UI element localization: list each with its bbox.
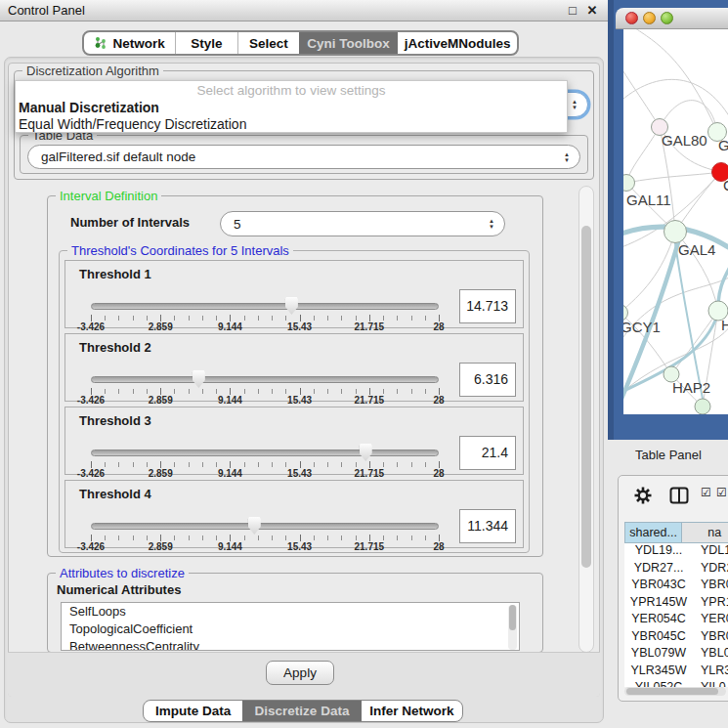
tick-label: 28: [433, 321, 444, 332]
column-header-shared-name[interactable]: shared...: [624, 522, 682, 543]
table-row[interactable]: YPR145WYPR1: [624, 595, 728, 613]
tab-network-label: Network: [112, 36, 164, 51]
option-manual-discretization[interactable]: Manual Discretization: [19, 100, 159, 115]
slider-track[interactable]: [91, 376, 439, 383]
control-panel-titlebar: Control Panel □ ✕: [0, 0, 608, 21]
tab-network[interactable]: Network: [84, 32, 175, 54]
slider-track[interactable]: [91, 450, 439, 456]
checkbox-icon[interactable]: ☑: [716, 486, 727, 499]
mac-zoom-button[interactable]: [661, 12, 673, 24]
panel-scrollbar[interactable]: [578, 186, 594, 653]
stepper-icon: ▲▼: [489, 218, 494, 230]
threshold-2-slider-thumb[interactable]: [193, 370, 205, 388]
right-side: GAL80 GA C GAL11 GAL4 GCY1 H HAP2 Table …: [608, 0, 728, 728]
threshold-4-slider[interactable]: -3.426 2.859 9.144 15.43 21.715 28: [91, 516, 439, 549]
tick-label: 15.43: [287, 321, 312, 332]
tick-label: 15.43: [287, 541, 312, 552]
number-of-intervals-spinner[interactable]: 5 ▲▼: [220, 211, 505, 236]
node-label-gal80: GAL80: [662, 132, 707, 149]
node-label-gal4: GAL4: [678, 241, 715, 258]
table-row[interactable]: YER054CYER0: [624, 612, 728, 629]
float-window-icon[interactable]: □: [565, 3, 580, 19]
threshold-4-value-field[interactable]: 11.344: [459, 509, 516, 543]
threshold-3-slider-thumb[interactable]: [360, 444, 372, 461]
tick-label: 28: [433, 395, 444, 406]
tick-label: 21.715: [355, 468, 385, 479]
tick-label: -3.426: [77, 541, 105, 552]
columns-icon[interactable]: [669, 487, 689, 504]
numerical-attributes-label: Numerical Attributes: [57, 582, 181, 597]
tab-jactivemnodules[interactable]: jActiveMNodules: [398, 32, 517, 54]
node-gal11[interactable]: [623, 175, 635, 192]
tab-style[interactable]: Style: [175, 32, 236, 54]
slider-minor-ticks: [91, 316, 439, 321]
table-row[interactable]: YLR345WYLR3: [624, 664, 728, 681]
slider-track[interactable]: [91, 523, 439, 530]
tick-label: 2.859: [149, 395, 173, 406]
screen: Control Panel □ ✕ Network Style Select: [0, 0, 728, 728]
tick-label: 9.144: [218, 541, 242, 552]
threshold-2-panel: Threshold 2 -3.426 2.859 9.144 15.43 21.…: [64, 333, 524, 402]
network-canvas[interactable]: GAL80 GA C GAL11 GAL4 GCY1 H HAP2: [623, 29, 728, 414]
numerical-attributes-list[interactable]: SelfLoops TopologicalCoefficient Between…: [61, 602, 520, 651]
table-panel-title: Table Panel: [635, 448, 702, 462]
tab-infer-network-label: Infer Network: [369, 704, 453, 718]
close-icon[interactable]: ✕: [584, 3, 600, 19]
tick-label: 28: [433, 468, 444, 479]
tick-label: 21.715: [355, 541, 385, 552]
threshold-4-panel: Threshold 4 -3.426 2.859 9.144 15.43 21.…: [64, 480, 524, 548]
threshold-1-slider-thumb[interactable]: [285, 297, 298, 315]
threshold-4-label: Threshold 4: [79, 487, 151, 501]
network-tab-icon: [94, 36, 107, 50]
slider-minor-ticks: [91, 535, 439, 540]
attributes-group-title: Attributes to discretize: [56, 566, 189, 580]
threshold-3-label: Threshold 3: [79, 413, 151, 428]
threshold-3-value-field[interactable]: 21.4: [459, 436, 516, 470]
threshold-1-slider[interactable]: -3.426 2.859 9.144 15.43 21.715 28: [91, 296, 439, 329]
threshold-2-slider[interactable]: -3.426 2.859 9.144 15.43 21.715 28: [91, 369, 439, 403]
list-item[interactable]: TopologicalCoefficient: [62, 621, 519, 638]
slider-track[interactable]: [91, 303, 439, 310]
tab-impute-data[interactable]: Impute Data: [144, 701, 242, 721]
table-row[interactable]: YBR045CYBR0: [624, 629, 728, 647]
node-gal4[interactable]: [664, 221, 687, 243]
tick-label: 2.859: [149, 468, 173, 479]
tab-discretize-data[interactable]: Discretize Data: [242, 701, 361, 721]
network-nodes: [623, 119, 728, 415]
threshold-4-slider-thumb[interactable]: [248, 517, 261, 535]
column-header-name[interactable]: na: [682, 522, 728, 543]
tab-infer-network[interactable]: Infer Network: [362, 701, 462, 721]
discretization-algorithm-title: Discretization Algorithm: [22, 64, 163, 78]
table-data-combobox[interactable]: galFiltered.sif default node ▲▼: [27, 145, 580, 169]
list-item[interactable]: SelfLoops: [62, 603, 519, 621]
tab-select[interactable]: Select: [237, 32, 299, 54]
scrollbar-thumb[interactable]: [581, 226, 591, 568]
tick-label: 21.715: [355, 321, 385, 332]
tick-label: 9.144: [218, 321, 242, 332]
table-panel: ☑ ☑ shared... na YDL19...YDL1 YDR27...YD…: [618, 475, 728, 702]
threshold-1-value-field[interactable]: 14.713: [459, 289, 516, 323]
threshold-3-slider[interactable]: -3.426 2.859 9.144 15.43 21.715 28: [91, 443, 439, 476]
option-equal-width-frequency[interactable]: Equal Width/Frequency Discretization: [19, 116, 246, 132]
number-of-intervals-value: 5: [234, 217, 489, 232]
scrollbar-thumb[interactable]: [626, 688, 718, 695]
checkbox-icon[interactable]: ☑: [701, 486, 711, 499]
tab-impute-data-label: Impute Data: [155, 704, 231, 718]
table-row[interactable]: YDL19...YDL1: [624, 543, 728, 561]
node-bottom[interactable]: [695, 399, 710, 414]
table-row[interactable]: YDR27...YDR2: [624, 561, 728, 578]
threshold-2-value-field[interactable]: 6.316: [459, 363, 516, 397]
mac-minimize-button[interactable]: [643, 12, 656, 24]
table-row[interactable]: YBR043CYBR0: [624, 578, 728, 595]
list-item[interactable]: BetweennessCentrality: [62, 638, 519, 651]
node-label-gcy1: GCY1: [623, 319, 661, 335]
list-scrollbar[interactable]: [508, 605, 517, 650]
gear-icon[interactable]: [634, 487, 652, 504]
tick-label: -3.426: [77, 395, 105, 406]
table-row[interactable]: YBL079WYBL0: [624, 646, 728, 664]
table-row[interactable]: YIL052CYIL0: [624, 680, 728, 687]
apply-button[interactable]: Apply: [266, 661, 334, 685]
mac-close-button[interactable]: [625, 12, 638, 24]
tab-cyni-toolbox[interactable]: Cyni Toolbox: [299, 32, 398, 54]
table-horizontal-scrollbar[interactable]: [624, 687, 726, 696]
